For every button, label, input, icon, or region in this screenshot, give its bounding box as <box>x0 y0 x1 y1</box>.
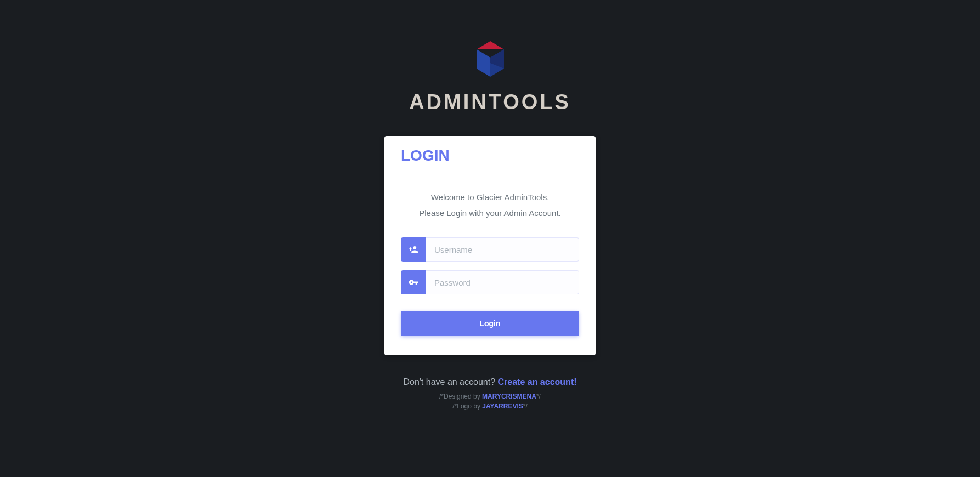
welcome-line-1: Welcome to Glacier AdminTools. <box>401 190 579 206</box>
designed-by-credit: /*Designed by MARYCRISMENA*/ <box>403 391 576 401</box>
logo-designer-name: JAYARREVIS <box>482 402 523 410</box>
app-title: ADMINTOOLS <box>409 90 571 114</box>
signup-prompt: Don't have an account? <box>403 377 497 387</box>
login-card: LOGIN Welcome to Glacier AdminTools. Ple… <box>384 136 596 355</box>
login-button[interactable]: Login <box>401 311 579 336</box>
login-title: LOGIN <box>401 147 579 164</box>
svg-marker-2 <box>477 49 490 77</box>
welcome-line-2: Please Login with your Admin Account. <box>401 206 579 222</box>
user-icon <box>401 237 426 262</box>
app-logo-icon <box>471 38 509 82</box>
signup-text: Don't have an account? Create an account… <box>403 377 576 387</box>
card-body: Welcome to Glacier AdminTools. Please Lo… <box>384 173 596 355</box>
credits: /*Designed by MARYCRISMENA*/ /*Logo by J… <box>403 391 576 411</box>
signup-link[interactable]: Create an account! <box>498 377 577 387</box>
password-input-group <box>401 270 579 294</box>
username-input[interactable] <box>426 237 579 262</box>
username-input-group <box>401 237 579 262</box>
logo-by-credit: /*Logo by JAYARREVIS*/ <box>403 401 576 411</box>
password-input[interactable] <box>426 270 579 294</box>
logo-container: ADMINTOOLS <box>409 38 571 114</box>
card-header: LOGIN <box>384 136 596 173</box>
footer-section: Don't have an account? Create an account… <box>403 377 576 411</box>
svg-marker-0 <box>477 41 504 49</box>
key-icon <box>401 270 426 294</box>
designer-name: MARYCRISMENA <box>482 393 536 400</box>
welcome-text: Welcome to Glacier AdminTools. Please Lo… <box>401 190 579 221</box>
